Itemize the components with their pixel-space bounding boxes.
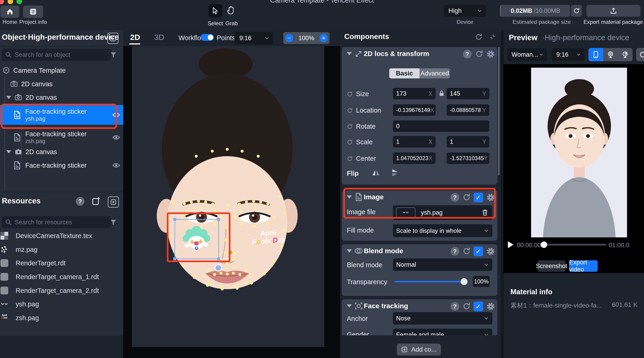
fill-mode-select[interactable]: Scale to display in whole	[393, 224, 492, 237]
section-enabled-checkbox[interactable]: ✓	[474, 193, 483, 202]
canvas-viewport[interactable]: April Fools'Day	[123, 46, 340, 358]
resource-item[interactable]: RenderTarget_camera_2.rdt	[0, 285, 123, 296]
grab-tool-button[interactable]	[226, 5, 237, 16]
location-x-field[interactable]: -0.139676149X	[393, 104, 436, 116]
reset-icon[interactable]	[463, 302, 470, 310]
device-quality-select[interactable]: High	[444, 5, 486, 17]
timeline-track[interactable]	[540, 244, 606, 246]
source-phone-button[interactable]	[588, 48, 603, 61]
timeline-knob[interactable]	[541, 242, 547, 248]
refresh-package-button[interactable]	[571, 5, 582, 17]
help-icon[interactable]: ?	[450, 302, 459, 311]
zoom-out-button[interactable]: −	[285, 34, 293, 42]
project-info-button[interactable]	[23, 5, 43, 18]
resource-item[interactable]: mz.pag	[0, 244, 123, 255]
scale-x-field[interactable]: 1X	[393, 136, 436, 147]
section-collapse-arrow[interactable]	[347, 249, 352, 253]
zoom-in-button[interactable]: +	[320, 34, 328, 42]
tree-item-2d-canvas-1[interactable]: 2D canvas	[0, 78, 123, 90]
anchor-select[interactable]: Nose	[393, 312, 492, 325]
section-enabled-checkbox[interactable]: ✓	[474, 302, 483, 311]
section-collapse-arrow[interactable]	[347, 195, 352, 199]
play-button[interactable]	[508, 241, 514, 248]
location-y-field[interactable]: -0.08860578Y	[446, 104, 489, 116]
visibility-eye-icon[interactable]	[112, 161, 120, 169]
add-object-button[interactable]	[108, 33, 118, 44]
expand-arrow-icon[interactable]	[6, 150, 11, 153]
import-resource-icon[interactable]	[91, 197, 101, 206]
preview-aspect-select[interactable]: 9:16	[552, 48, 584, 61]
gender-select[interactable]: Female and male	[393, 329, 492, 335]
reset-icon[interactable]	[475, 50, 483, 58]
gear-icon[interactable]	[486, 302, 495, 311]
object-filter-icon[interactable]	[110, 51, 117, 58]
transparency-slider[interactable]	[394, 281, 466, 282]
resize-handle[interactable]	[217, 218, 220, 221]
components-scrollbar[interactable]	[498, 47, 500, 175]
select-tool-button[interactable]	[208, 4, 222, 17]
resource-item[interactable]: RenderTarget_camera_1.rdt	[0, 271, 123, 282]
resource-item[interactable]: ysh.pag	[0, 299, 123, 310]
source-webcam2-button[interactable]	[618, 48, 632, 61]
tab-3d[interactable]: 3D	[154, 33, 164, 42]
blend-mode-select[interactable]: Normal	[393, 259, 492, 271]
flip-horizontal-icon[interactable]	[371, 168, 380, 177]
visibility-eye-icon[interactable]	[112, 133, 120, 141]
source-webcam-button[interactable]	[603, 48, 618, 61]
lock-icon[interactable]	[438, 90, 445, 97]
reset-icon[interactable]	[463, 247, 470, 255]
collapse-panel-icon[interactable]	[489, 33, 496, 40]
screenshot-button[interactable]: Screenshot	[538, 260, 566, 272]
object-search-input[interactable]: Search for an object	[2, 49, 111, 61]
help-icon[interactable]: ?	[450, 247, 459, 256]
canvas-photo[interactable]: April Fools'Day	[132, 46, 324, 347]
resize-handle[interactable]	[173, 257, 176, 260]
gear-icon[interactable]	[486, 193, 495, 202]
gear-icon[interactable]	[486, 247, 495, 256]
expand-arrow-icon[interactable]	[6, 96, 11, 99]
trash-icon[interactable]	[481, 209, 488, 216]
export-video-button[interactable]: Export video	[569, 260, 598, 272]
tab-advanced[interactable]: Advanced	[420, 68, 450, 78]
gear-icon[interactable]	[486, 50, 495, 58]
transparency-slider-knob[interactable]	[460, 278, 468, 285]
rotate-field[interactable]: 0	[393, 120, 489, 132]
sticker-selection-box[interactable]	[174, 219, 219, 259]
add-resource-button[interactable]	[108, 197, 119, 208]
size-x-field[interactable]: 173X	[393, 88, 436, 99]
tab-2d[interactable]: 2D	[130, 33, 140, 42]
add-component-button[interactable]: Add co...	[397, 344, 441, 356]
tree-item-2d-canvas-2[interactable]: 2D canvas	[0, 91, 123, 103]
section-enabled-checkbox[interactable]: ✓	[474, 247, 483, 256]
workflow-toggle[interactable]	[200, 34, 214, 41]
refresh-icon[interactable]	[475, 33, 482, 40]
center-y-field[interactable]: -1.527310345Y	[446, 152, 489, 164]
resource-item[interactable]: AprilFools zsh.pag	[0, 312, 123, 323]
help-icon[interactable]: ?	[463, 50, 472, 58]
tree-item-camera-template[interactable]: Camera Template	[0, 64, 123, 76]
tree-item-face-sticker-zsh[interactable]: Face-tracking sticker zsh.pag	[0, 127, 123, 147]
tree-item-face-sticker-ysh[interactable]: Face-tracking sticker ysh.pag	[0, 105, 123, 125]
flip-vertical-icon[interactable]	[390, 168, 400, 177]
reset-icon[interactable]	[463, 193, 470, 201]
help-icon[interactable]: ?	[450, 193, 459, 202]
scale-y-field[interactable]: 1Y	[446, 136, 489, 147]
preview-refresh-button[interactable]	[636, 48, 644, 61]
resources-help-icon[interactable]: ?	[76, 197, 84, 206]
transparency-value-field[interactable]: 100%	[473, 276, 490, 287]
points-aspect-select[interactable]: 9:16	[234, 32, 273, 44]
export-package-button[interactable]	[586, 5, 640, 17]
section-collapse-arrow[interactable]	[347, 304, 352, 308]
tree-item-face-sticker-3[interactable]: Face-tracking sticker	[0, 159, 123, 171]
preview-model-select[interactable]: Woman...	[508, 48, 547, 61]
home-button[interactable]	[0, 5, 19, 18]
resource-item[interactable]: RenderTarget.rdt	[0, 258, 123, 269]
resource-search-input[interactable]: Search for resources	[2, 216, 111, 228]
size-y-field[interactable]: 145Y	[446, 88, 489, 99]
resource-item[interactable]: DeviceCameraTexture.tex	[0, 230, 123, 241]
tree-item-2d-canvas-3[interactable]: 2D canvas	[0, 146, 123, 158]
center-x-field[interactable]: 1.047052023X	[393, 152, 436, 164]
resource-filter-icon[interactable]	[110, 219, 117, 226]
resize-handle[interactable]	[173, 218, 176, 221]
section-collapse-arrow[interactable]	[347, 52, 352, 55]
